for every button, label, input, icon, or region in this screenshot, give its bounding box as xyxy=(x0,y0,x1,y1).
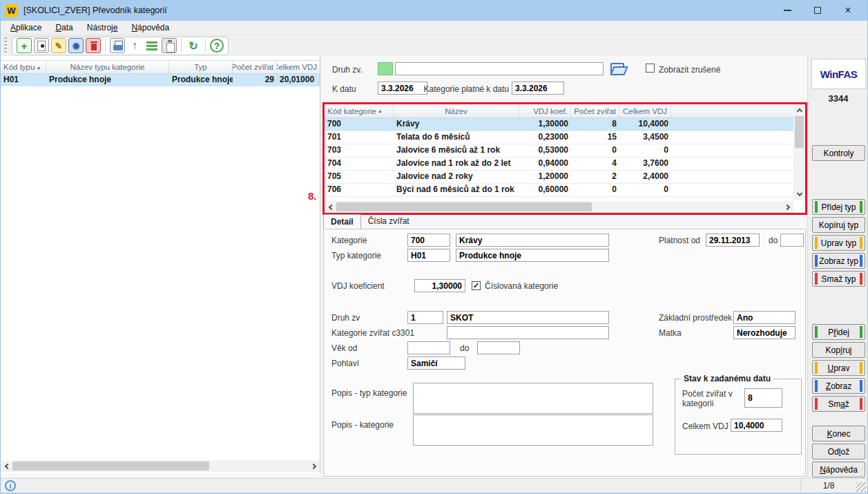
pohlavi-field[interactable] xyxy=(407,357,465,370)
platnost-do-field[interactable] xyxy=(780,234,804,247)
col-typ[interactable]: Typ xyxy=(169,61,233,73)
stav-celkem-vdj-field[interactable] xyxy=(731,419,782,432)
kategorie-label: Kategorie xyxy=(331,236,367,245)
druh-zv-color-swatch[interactable] xyxy=(378,62,393,75)
maximize-button[interactable] xyxy=(802,1,833,20)
druh-name-field[interactable] xyxy=(447,311,609,324)
paste-icon[interactable] xyxy=(162,38,177,53)
copy-icon[interactable] xyxy=(34,38,49,53)
category-row[interactable]: 700 Krávy 1,30000 8 10,4000 xyxy=(325,118,805,131)
category-row[interactable]: 706 Býci nad 6 měsíců až do 1 rok 0,6000… xyxy=(325,184,805,197)
menu-nastroje[interactable]: Nástroje xyxy=(80,21,125,34)
col-celkem-vdj[interactable]: Celkem VDJ xyxy=(619,104,671,117)
odloz-button[interactable]: Odlož xyxy=(812,444,865,459)
action-button-column: WinFAS 3344 Kontroly Přidej typ Kopíruj … xyxy=(807,56,868,478)
winfas-logo: WinFAS xyxy=(820,68,858,80)
refresh-icon[interactable]: ↻ xyxy=(186,38,201,53)
k-datu-label: K datu xyxy=(332,84,356,94)
print-icon[interactable] xyxy=(110,38,125,53)
edit-icon[interactable]: ✎ xyxy=(51,38,66,53)
platnost-od-field[interactable] xyxy=(706,234,760,247)
col-vdj-koef[interactable]: VDJ koef. xyxy=(519,104,571,117)
smaz-typ-button[interactable]: Smaž typ xyxy=(812,271,865,287)
pocet-zvirat-field[interactable] xyxy=(744,388,782,408)
popis-typ-textarea[interactable] xyxy=(413,383,653,414)
kategorie-c3301-field[interactable] xyxy=(447,326,609,339)
category-table-header: Kód kategorie▲ Název VDJ koef. Počet zví… xyxy=(325,104,805,118)
category-row[interactable]: 705 Jalovice nad 2 roky 1,20000 2 2,4000 xyxy=(325,171,805,184)
col-pocet-zvirat[interactable]: Počet zvířat xyxy=(571,104,619,117)
info-icon[interactable]: i xyxy=(5,480,16,491)
scroll-left-button[interactable] xyxy=(325,201,336,213)
menu-aplikace[interactable]: Aplikace xyxy=(3,21,48,34)
druh-zv-detail-label: Druh zv xyxy=(331,313,360,323)
category-row[interactable]: 703 Jalovice 6 měsíců až 1 rok 0,53000 0… xyxy=(325,144,805,158)
zobraz-typ-button[interactable]: Zobraz typ xyxy=(812,253,865,269)
minimize-button[interactable] xyxy=(772,1,802,20)
scroll-down-button[interactable] xyxy=(793,189,805,200)
uprav-typ-button[interactable]: Uprav typ xyxy=(812,235,865,251)
toolbar-drag-handle[interactable] xyxy=(4,37,7,54)
export-icon[interactable]: ↑ xyxy=(127,38,142,53)
zobraz-button[interactable]: Zobraz xyxy=(812,378,865,394)
kopiruj-button[interactable]: Kopíruj xyxy=(812,342,865,358)
resize-grip[interactable] xyxy=(856,482,866,492)
stav-title: Stav k zadanému datu xyxy=(681,374,773,383)
druh-code-field[interactable] xyxy=(407,311,443,324)
zobrazit-zrusene-checkbox[interactable] xyxy=(646,64,655,73)
kategorie-code-field[interactable] xyxy=(407,234,450,247)
kategorie-name-field[interactable] xyxy=(456,234,609,247)
category-table-vscrollbar xyxy=(793,104,805,200)
view-icon[interactable]: ◉ xyxy=(68,38,84,53)
pridej-button[interactable]: Přidej xyxy=(812,324,865,340)
category-row[interactable]: 704 Jalovice nad 1 rok až do 2 let 0,940… xyxy=(325,158,805,171)
list-icon[interactable] xyxy=(144,38,160,53)
uprav-button[interactable]: Uprav xyxy=(812,360,865,376)
toolbar-group: + ✎ ◉ ↑ ↻ ? xyxy=(12,37,229,55)
vdj-koeficient-field[interactable] xyxy=(414,279,465,292)
kategorie-platne-input[interactable] xyxy=(512,82,564,95)
menu-data[interactable]: Data xyxy=(48,21,79,34)
scroll-up-button[interactable] xyxy=(793,104,805,116)
konec-button[interactable]: Konec xyxy=(812,426,865,441)
help-icon[interactable]: ? xyxy=(210,39,224,53)
tab-detail[interactable]: Detail xyxy=(323,214,361,229)
hscroll-thumb[interactable] xyxy=(12,462,209,471)
vscroll-thumb[interactable] xyxy=(795,116,804,148)
col-kod-typu[interactable]: Kód typu▲ xyxy=(1,61,46,73)
smaz-button[interactable]: Smaž xyxy=(812,396,865,412)
menu-napoveda[interactable]: Nápověda xyxy=(124,21,176,34)
matka-field[interactable] xyxy=(733,326,795,339)
scroll-right-button[interactable] xyxy=(782,201,793,213)
type-table-row[interactable]: H01 Produkce hnoje Produkce hnoje 29 20,… xyxy=(1,74,320,86)
scroll-left-button[interactable] xyxy=(1,460,12,472)
col-kod-kategorie[interactable]: Kód kategorie▲ xyxy=(325,104,394,117)
add-icon[interactable]: + xyxy=(17,38,32,53)
vek-do-field[interactable] xyxy=(477,341,520,354)
scroll-right-button[interactable] xyxy=(308,460,320,472)
close-button[interactable]: × xyxy=(833,1,863,20)
pridej-typ-button[interactable]: Přidej typ xyxy=(812,199,865,215)
col-nazev[interactable]: Název xyxy=(394,104,519,117)
cislovana-kategorie-checkbox[interactable]: ✓ xyxy=(472,281,481,290)
col-nazev-typu[interactable]: Název typu kategorie xyxy=(46,61,169,73)
col-pocet-zvirat[interactable]: Počet zvířat xyxy=(233,61,277,73)
zakladni-prostredek-field[interactable] xyxy=(733,311,795,324)
vek-od-field[interactable] xyxy=(407,341,450,354)
open-folder-icon[interactable] xyxy=(610,63,626,74)
delete-icon[interactable] xyxy=(86,38,101,53)
col-celkem-vdj[interactable]: Celkem VDJ xyxy=(277,61,320,73)
category-row[interactable]: 701 Telata do 6 měsíců 0,23000 15 3,4500 xyxy=(325,131,805,144)
toolbar: + ✎ ◉ ↑ ↻ ? xyxy=(1,35,867,56)
popis-kategorie-textarea[interactable] xyxy=(413,415,653,446)
hscroll-thumb[interactable] xyxy=(336,202,592,211)
napoveda-button[interactable]: Nápověda xyxy=(812,462,865,477)
kategorie-platne-label: Kategorie platné k datu xyxy=(417,84,509,94)
typ-name-field[interactable] xyxy=(456,249,609,262)
typ-kategorie-label: Typ kategorie xyxy=(331,251,381,260)
kontroly-button[interactable]: Kontroly xyxy=(812,145,865,161)
kopiruj-typ-button[interactable]: Kopíruj typ xyxy=(812,217,865,233)
druh-zv-input[interactable] xyxy=(395,62,604,75)
tab-cisla-zvirat[interactable]: Čísla zvířat xyxy=(361,214,416,229)
typ-code-field[interactable] xyxy=(407,249,450,262)
